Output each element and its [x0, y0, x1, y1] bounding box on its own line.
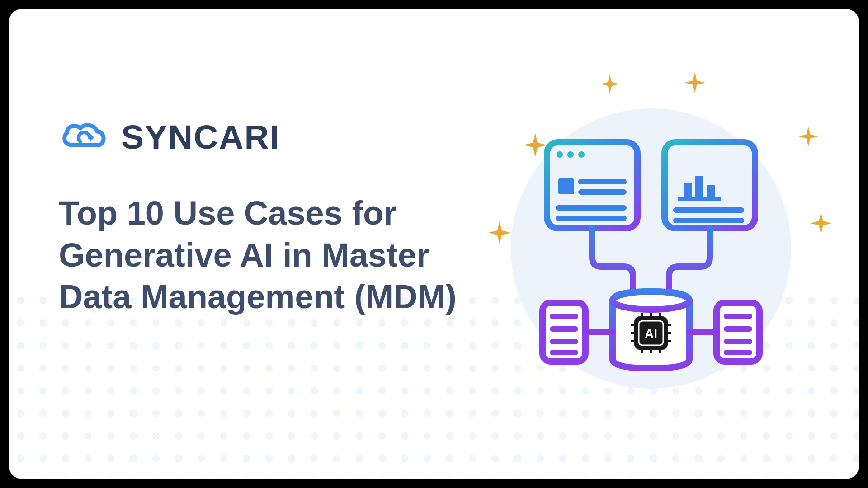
svg-point-5	[578, 151, 585, 158]
sparkle-icon	[488, 221, 511, 244]
sparkle-icon	[684, 72, 705, 93]
svg-marker-0	[90, 133, 94, 142]
sparkle-icon	[798, 127, 818, 146]
sparkle-icon	[524, 133, 547, 157]
sparkle-icon	[600, 75, 619, 94]
ai-database-icon: AI	[511, 113, 791, 384]
svg-rect-15	[707, 185, 715, 197]
svg-rect-13	[684, 183, 692, 197]
content-wrapper: SYNCARI Top 10 Use Cases for Generative …	[9, 9, 859, 479]
left-column: SYNCARI Top 10 Use Cases for Generative …	[59, 54, 494, 434]
svg-rect-6	[558, 178, 574, 194]
brand-name: SYNCARI	[121, 117, 280, 156]
svg-point-3	[557, 151, 563, 158]
sparkle-icon	[810, 212, 832, 234]
right-column: AI	[494, 54, 809, 434]
svg-rect-14	[695, 176, 703, 197]
logo-row: SYNCARI	[59, 117, 494, 156]
headline: Top 10 Use Cases for Generative AI in Ma…	[59, 192, 493, 318]
svg-point-4	[567, 151, 574, 158]
hero-card: SYNCARI Top 10 Use Cases for Generative …	[9, 9, 859, 479]
ai-chip-label: AI	[645, 327, 657, 341]
syncari-cloud-icon	[59, 120, 108, 154]
